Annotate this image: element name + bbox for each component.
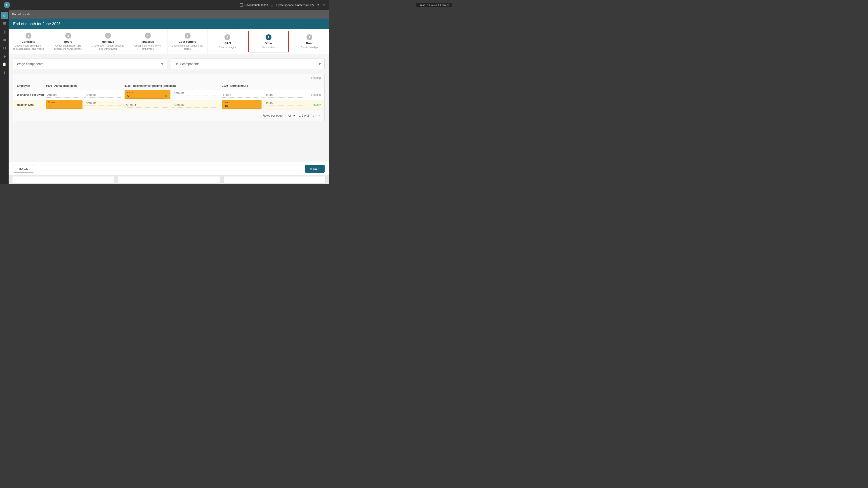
step-7[interactable]: 7 Other Such as tips	[248, 31, 289, 53]
main-content: End of month End of month for June 2023 …	[8, 10, 329, 184]
footer-box-2	[118, 176, 220, 184]
amount-input-5130-row1-b[interactable]	[172, 90, 218, 96]
status-badge-row1: Loading	[305, 93, 321, 96]
loading-label: Loading	[311, 76, 321, 79]
sidebar-item-menu4[interactable]: ⊡	[1, 44, 8, 52]
status-badge-row2: Ready	[305, 103, 321, 106]
amount-value-5090-row2[interactable]	[48, 104, 81, 108]
wage-components-label: Wage components	[17, 62, 43, 66]
hours-value-2100-row2[interactable]	[224, 104, 260, 108]
col-5090-header: 5090 - Aantal maaltijden	[44, 84, 123, 88]
step-desc-6: Check changes	[219, 46, 236, 49]
app-logo[interactable]: e	[4, 2, 10, 8]
modal-title: End of month for June 2023	[13, 22, 61, 26]
highlighted-input-5090-row2: Amount	[46, 100, 83, 109]
sidebar-item-menu3[interactable]: ⊞	[1, 36, 8, 43]
footer-overlay	[8, 175, 329, 184]
step-desc-1: Check recent changes in contracts, hours…	[10, 44, 46, 51]
per-page-select[interactable]: All 10 25 50	[285, 113, 296, 118]
hour-components-label: Hour components	[175, 62, 199, 66]
hour-components-dropdown[interactable]: Hour components ▾	[170, 59, 324, 69]
back-button[interactable]: BACK	[13, 165, 34, 173]
step-circle-8: 8	[307, 34, 312, 40]
step-5[interactable]: 5 Cost centers Check if the cost centers…	[168, 29, 208, 54]
col-2100-header: 2100 - Normal hours	[220, 84, 305, 88]
table-header-row: Employee 5090 - Aantal maaltijden 5130 -…	[13, 82, 324, 90]
wage-components-dropdown[interactable]: Wage components ▾	[13, 59, 167, 69]
sidebar-item-menu5[interactable]: ◈	[1, 53, 8, 60]
sidebar-item-home[interactable]: ⌂	[1, 12, 8, 19]
step-desc-5: Check if the cost centers are correct	[169, 44, 206, 51]
clear-icon-5130[interactable]: ✕	[164, 94, 168, 98]
modal-container: End of month for June 2023 1 Contracts C…	[8, 19, 329, 175]
dev-mode-checkbox[interactable]	[240, 3, 243, 6]
col-2100-row2: Hours	[220, 100, 305, 109]
pagination-row: Rows per page: All 10 25 50 1-2 of 2 ‹ ›	[13, 110, 324, 121]
top-bar-right: Development mode ⊞ Eyetelligence Amsterd…	[240, 3, 326, 7]
footer-box-3	[223, 176, 326, 184]
step-circle-7: 7	[266, 34, 272, 40]
dev-mode: Development mode	[240, 3, 268, 6]
next-page-button[interactable]: ›	[318, 113, 321, 119]
gear-icon[interactable]: ⚙	[322, 3, 326, 7]
dropdown-arrow-icon[interactable]: ▼	[317, 3, 320, 6]
stepper: 1 Contracts Check recent changes in cont…	[8, 29, 329, 54]
amount-input-5130-row2-a[interactable]	[125, 102, 170, 107]
modal-header: End of month for June 2023	[8, 19, 329, 29]
hours-input-2100-row1-b[interactable]	[264, 92, 303, 98]
step-circle-4: 4	[145, 33, 151, 39]
step-8[interactable]: 8 Run! Create payslips	[289, 29, 329, 54]
amount-input-5090-row1-a[interactable]	[46, 92, 83, 98]
step-desc-3: Check open request deposits and withdraw…	[90, 44, 126, 51]
hours-input-2100-row2-b[interactable]	[264, 100, 303, 106]
highlighted-input-2100-row2: Hours	[222, 100, 262, 109]
amount-input-5130-row2-b[interactable]	[172, 102, 218, 107]
employee-name: Wishal van der Zwart	[17, 93, 44, 96]
dev-mode-label: Development mode	[244, 3, 268, 6]
step-circle-5: 5	[185, 33, 191, 39]
bottom-bar: BACK NEXT	[8, 162, 329, 175]
wage-dropdown-chevron-icon: ▾	[161, 61, 163, 66]
step-desc-2: Check open hours, and compare to WAB/con…	[50, 44, 86, 51]
step-6[interactable]: 6 IBAN Check changes	[208, 29, 247, 54]
table-row: Hallo en Doei Amount	[13, 100, 324, 110]
step-4[interactable]: 4 Illnesses Check if there are any ill e…	[128, 29, 168, 54]
next-button[interactable]: NEXT	[305, 165, 324, 173]
col-2100-row1	[220, 92, 305, 98]
hours-input-2100-row1-a[interactable]	[222, 92, 262, 98]
step-circle-3: 3	[105, 33, 111, 39]
sidebar-item-reports[interactable]: 📋	[1, 61, 8, 68]
company-name[interactable]: Eyetelligence Amsterdam BV	[276, 3, 314, 7]
top-bar-left: e	[4, 2, 10, 8]
amount-value-5130-row1[interactable]	[126, 94, 164, 98]
footer-box-1	[12, 176, 114, 184]
col-5130-header: 5130 - Reiskostenvergoeding (onbelast)	[123, 84, 220, 88]
col-5130-row1: Amount ✕	[123, 90, 220, 99]
grid-icon: ⊞	[271, 3, 274, 7]
step-2[interactable]: 2 Hours Check open hours, and compare to…	[49, 29, 88, 54]
sidebar-item-info[interactable]: ℹ	[1, 69, 8, 76]
step-title-1: Contracts	[22, 40, 35, 43]
step-desc-4: Check if there are any ill employees	[130, 44, 166, 51]
amount-input-5090-row1-b[interactable]	[84, 92, 121, 98]
page-info: 1-2 of 2	[299, 114, 309, 117]
amount-input-5090-row2-b[interactable]	[84, 100, 121, 106]
breadcrumb: End of month	[8, 10, 329, 19]
sidebar-item-menu1[interactable]: ☰	[1, 20, 8, 27]
rows-per-page: Rows per page: All 10 25 50	[263, 113, 296, 118]
data-table: Loading Employee 5090 - Aantal maaltijde…	[13, 74, 324, 121]
side-nav: ⌂ ☰ ◫ ⊞ ⊡ ◈ 📋 ℹ	[0, 10, 8, 184]
step-3[interactable]: 3 Holidays Check open request deposits a…	[88, 29, 128, 54]
sidebar-item-menu2[interactable]: ◫	[1, 28, 8, 35]
rows-per-page-label: Rows per page:	[263, 114, 283, 117]
step-circle-1: 1	[26, 33, 31, 39]
amount-label-5130: Amount	[126, 91, 168, 94]
amount-label-5090-row2: Amount	[48, 101, 81, 104]
col-employee-header: Employee	[17, 84, 44, 88]
prev-page-button[interactable]: ‹	[312, 113, 315, 119]
top-bar: e Press F11 to exit full screen Developm…	[0, 0, 329, 10]
step-title-2: Hours	[64, 40, 72, 43]
step-desc-8: Create payslips	[301, 46, 318, 49]
step-1[interactable]: 1 Contracts Check recent changes in cont…	[8, 29, 49, 54]
col-5090-row1	[44, 92, 123, 98]
